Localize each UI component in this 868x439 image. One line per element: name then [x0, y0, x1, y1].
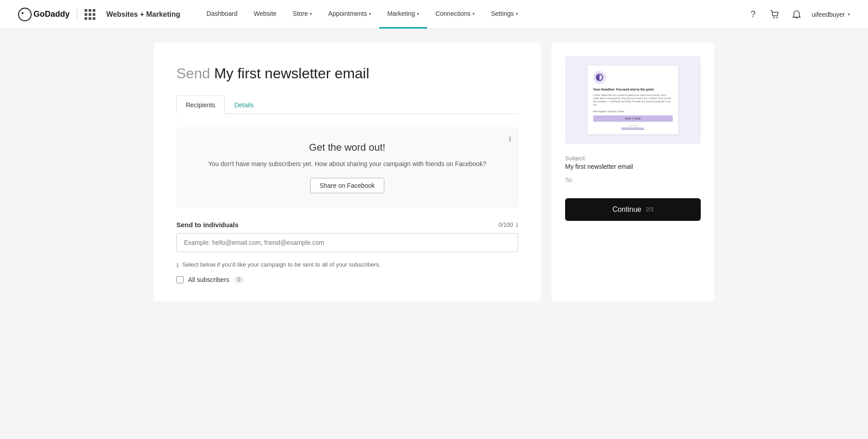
page-title: Send My first newsletter email — [176, 65, 518, 82]
svg-point-1 — [22, 12, 24, 14]
preview-logo-circle — [596, 74, 603, 81]
subject-label: Subject: — [565, 155, 701, 162]
logo-area[interactable]: GoDaddy Websites + Marketing — [18, 8, 180, 21]
left-panel: Send My first newsletter email Recipient… — [154, 43, 541, 301]
hint-row: ℹ Select below if you'd like your campai… — [176, 261, 518, 269]
user-chevron-icon: ▾ — [848, 12, 850, 17]
email-preview: Your Headline: Focused and to the point … — [565, 56, 701, 144]
share-facebook-button[interactable]: Share on Facebook — [310, 178, 384, 193]
counter-info-icon[interactable]: ℹ — [516, 221, 518, 229]
hint-icon: ℹ — [176, 262, 179, 269]
cart-icon[interactable] — [769, 8, 781, 21]
username: uifeedbuyer — [812, 11, 845, 18]
subject-value: My first newsletter email — [565, 163, 701, 170]
settings-chevron-icon: ▾ — [516, 11, 518, 16]
top-navigation: GoDaddy Websites + Marketing Dashboard W… — [0, 0, 868, 29]
subscribers-count-badge: 0 — [234, 276, 244, 283]
to-row: To: — [565, 177, 701, 185]
preview-footer-link: GoDaddy Email Marketing » — [622, 127, 644, 129]
email-counter: 0/100 — [498, 221, 513, 228]
tabs-container: Recipients Details — [176, 95, 518, 114]
nav-marketing[interactable]: Marketing ▾ — [379, 0, 427, 29]
user-menu[interactable]: uifeedbuyer ▾ — [812, 11, 850, 18]
counter-area: 0/100 ℹ — [498, 221, 518, 229]
apps-grid-icon[interactable] — [85, 9, 95, 20]
send-individuals-header: Send to individuals 0/100 ℹ — [176, 221, 518, 229]
nav-connections[interactable]: Connections ▾ — [427, 0, 483, 29]
page-content: Send My first newsletter email Recipient… — [118, 29, 750, 315]
word-out-box: ℹ Get the word out! You don't have many … — [176, 128, 518, 207]
to-label: To: — [565, 177, 701, 183]
word-out-title: Get the word out! — [195, 142, 500, 153]
notifications-icon[interactable] — [790, 8, 803, 21]
word-out-info-icon[interactable]: ℹ — [509, 134, 511, 143]
nav-website[interactable]: Website — [245, 0, 284, 29]
nav-links: Dashboard Website Store ▾ Appointments ▾… — [198, 0, 747, 29]
continue-button[interactable]: Continue 2/3 — [565, 198, 701, 221]
nav-right-icons: ? uifeedbuyer ▾ — [747, 8, 850, 21]
continue-button-label: Continue — [613, 205, 642, 214]
page-title-prefix: Send — [176, 65, 210, 81]
store-chevron-icon: ▾ — [310, 11, 312, 16]
logo-divider — [77, 8, 77, 21]
nav-dashboard[interactable]: Dashboard — [198, 0, 246, 29]
preview-cta: READ IT HERE — [593, 115, 673, 122]
email-input[interactable] — [176, 233, 518, 252]
preview-signoff: Kind regards, Company / Team — [593, 110, 673, 113]
all-subscribers-row: All subscribers 0 — [176, 276, 518, 283]
appointments-chevron-icon: ▾ — [369, 11, 371, 16]
godaddy-text: GoDaddy — [33, 10, 70, 19]
email-preview-inner: Your Headline: Focused and to the point … — [588, 66, 678, 134]
preview-footer: Powered byGoDaddy Email Marketing » — [593, 124, 673, 129]
brand-name: Websites + Marketing — [106, 10, 180, 19]
nav-appointments[interactable]: Appointments ▾ — [320, 0, 379, 29]
page-title-main: My first newsletter email — [214, 65, 369, 81]
right-panel: Your Headline: Focused and to the point … — [552, 43, 714, 301]
preview-logo — [593, 71, 606, 84]
svg-point-3 — [776, 17, 778, 18]
preview-body: A short update like this is great for ge… — [593, 94, 673, 106]
help-icon[interactable]: ? — [747, 8, 760, 21]
hint-text: Select below if you'd like your campaign… — [182, 261, 381, 268]
send-individuals-label: Send to individuals — [176, 221, 239, 229]
marketing-chevron-icon: ▾ — [417, 11, 419, 16]
nav-store[interactable]: Store ▾ — [285, 0, 320, 29]
tab-recipients[interactable]: Recipients — [176, 95, 225, 114]
continue-step: 2/3 — [646, 206, 654, 213]
all-subscribers-label[interactable]: All subscribers — [188, 276, 229, 283]
subject-row: Subject: My first newsletter email — [565, 155, 701, 170]
word-out-description: You don't have many subscribers yet. How… — [195, 159, 500, 169]
all-subscribers-checkbox[interactable] — [176, 276, 184, 283]
tab-details[interactable]: Details — [225, 95, 263, 114]
connections-chevron-icon: ▾ — [472, 11, 475, 16]
godaddy-logo[interactable]: GoDaddy — [18, 8, 70, 21]
svg-point-2 — [773, 17, 774, 18]
nav-settings[interactable]: Settings ▾ — [483, 0, 526, 29]
godaddy-logo-icon — [18, 8, 32, 21]
svg-point-0 — [19, 8, 31, 21]
preview-headline: Your Headline: Focused and to the point — [593, 87, 673, 91]
